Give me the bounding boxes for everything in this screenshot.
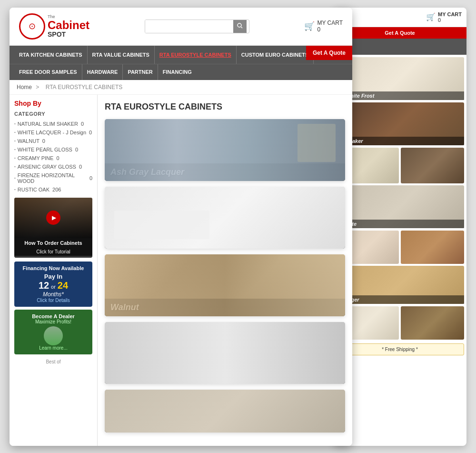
dealer-title: Become A Dealer [18,313,89,319]
logo-text: The Cabinet SPOT [48,15,89,38]
shipping-banner: * Free Shipping * [336,343,464,355]
tutorial-title: How To Order Cabinets [14,238,92,248]
right-panel-product-2[interactable]: so Shaker [336,102,464,145]
search-input[interactable] [145,20,233,33]
financing-title: Financing Now Available [18,265,89,271]
financing-or: or [51,284,56,290]
nav-custom-euro[interactable]: CUSTOM EURO CABINETS [237,46,314,64]
cat-white-pearl[interactable]: WHITE PEARL GLOSS 0 [14,145,92,154]
product-img-creamy: Creamy Pine [105,390,345,433]
dealer-link[interactable]: Learn more... [18,345,89,351]
cat-walnut[interactable]: WALNUT 0 [14,137,92,145]
page-title: RTA EUROSTYLE CABINETS [105,102,345,112]
product-img-walnut: Walnut [105,254,345,316]
header: ⊙ The Cabinet SPOT [10,8,352,46]
product-area: RTA EUROSTYLE CABINETS Ash Gray Lacquer [98,95,352,446]
logo-cabinet: Cabinet [48,20,89,31]
content-area: Shop By CATEGORY NATURAL SLIM SHAKER 0 W… [10,95,352,446]
logo-circle: ⊙ [19,13,45,40]
search-icon [237,23,243,29]
financing-options: 12 or 24 [18,280,89,291]
product-white-lacquer[interactable]: White Lacquer - j design [105,187,345,249]
breadcrumb-separator: > [36,84,39,91]
product-creamy-pine[interactable]: Creamy Pine [105,390,345,433]
right-panel-cart-icon: 🛒 [426,12,436,21]
product-img-ash: Ash Gray Lacquer [105,119,345,181]
tutorial-thumbnail [14,198,92,238]
product-pearl-gloss[interactable]: White Pearl Gloss [105,322,345,384]
cart-icon: 🛒 [304,21,315,31]
rp-label-1: im White Frost [336,91,464,100]
rp-label-2: so Shaker [336,137,464,145]
cat-arsenic-gray[interactable]: ARSENIC GRAY GLOSS 0 [14,162,92,171]
breadcrumb-home[interactable]: Home [17,84,32,91]
tutorial-progress-bar [14,256,92,258]
cat-natural-slim[interactable]: NATURAL SLIM SHAKER 0 [14,120,92,128]
search-button[interactable] [233,20,247,33]
cat-firenze[interactable]: FIRENZE HORIZONTAL WOOD 0 [14,171,92,185]
right-panel-cart-count: 0 [438,17,462,23]
product-img-white-lacquer: White Lacquer - j design [105,187,345,249]
tutorial-box[interactable]: How To Order Cabinets Click for Tutorial [14,198,92,258]
rp-img-right-3 [401,306,464,340]
cart-area[interactable]: 🛒 MY CART 0 [304,20,343,33]
cat-white-lacquer[interactable]: WHITE LACQUER - J Design 0 [14,128,92,137]
nav-door-samples[interactable]: FREE DOOR SAMPLES [14,64,82,80]
months-12: 12 [39,280,49,291]
nav-rta-kitchen[interactable]: RTA KITCHEN CABINETS [14,46,88,64]
right-panel-product-1[interactable]: im White Frost [336,57,464,100]
nav-financing[interactable]: FINANCING [158,64,197,80]
cart-count: 0 [317,26,343,33]
financing-cta[interactable]: Click for Details [18,298,89,303]
logo-spot: SPOT [48,31,89,38]
right-panel-product-3[interactable]: e White [336,185,464,228]
tutorial-cta[interactable]: Click for Tutorial [14,248,92,256]
rp-label-4: y Ginger [336,295,464,304]
svg-point-0 [238,23,241,27]
right-panel-cart[interactable]: 🛒 MY CART 0 [426,11,462,23]
main-page: ⊙ The Cabinet SPOT [10,8,352,446]
months-24: 24 [58,280,68,291]
play-button[interactable] [46,211,60,225]
dealer-image [44,326,63,345]
main-nav: RTA KITCHEN CABINETS RTA VALUE CABINETS … [10,46,352,64]
sidebar: Shop By CATEGORY NATURAL SLIM SHAKER 0 W… [10,95,98,446]
right-panel-product-4[interactable]: y Ginger [336,266,464,304]
rp-img-right-1 [401,148,464,183]
svg-line-1 [241,27,242,28]
breadcrumb: Home > RTA EUROSTYLE CABINETS [10,80,352,95]
nav-hardware[interactable]: HARDWARE [82,64,123,80]
product-walnut[interactable]: Walnut [105,254,345,316]
best-of-label: Best of [14,357,92,366]
breadcrumb-current: RTA EUROSTYLE CABINETS [46,84,123,91]
nav-partner[interactable]: PARTNER [123,64,158,80]
shop-by-label: Shop By [14,100,92,107]
secondary-nav: FREE DOOR SAMPLES HARDWARE PARTNER FINAN… [10,64,352,80]
cat-creamy-pine[interactable]: CREAMY PINE 0 [14,154,92,162]
search-bar[interactable] [145,20,249,33]
get-quote-button[interactable]: Get A Quote [306,46,352,60]
dealer-subtitle: Maximize Profits! [18,319,89,324]
category-label: CATEGORY [14,111,92,117]
dealer-box[interactable]: Become A Dealer Maximize Profits! Learn … [14,310,92,354]
product-img-pearl-gloss: White Pearl Gloss [105,322,345,384]
logo[interactable]: ⊙ The Cabinet SPOT [19,13,89,40]
months-label: Months* [18,291,89,298]
rp-img-right-2 [401,231,464,264]
right-panel-cart-label: MY CART [438,11,462,17]
right-panel-quote-btn[interactable]: Get A Quote [333,27,466,39]
right-panel: 🛒 MY CART 0 Get A Quote im White Frost s… [333,8,466,446]
nav-rta-value[interactable]: RTA VALUE CABINETS [88,46,155,64]
nav-rta-eurostyle[interactable]: RTA EUROSTYLE CABINETS [155,46,237,64]
financing-box[interactable]: Financing Now Available Pay In 12 or 24 … [14,262,92,307]
pay-in-label: Pay In [18,273,89,280]
cart-label: MY CART [317,20,343,26]
product-ash-gray[interactable]: Ash Gray Lacquer [105,119,345,181]
cat-rustic-oak[interactable]: RUSTIC OAK 206 [14,185,92,194]
rp-label-3: e White [336,220,464,228]
